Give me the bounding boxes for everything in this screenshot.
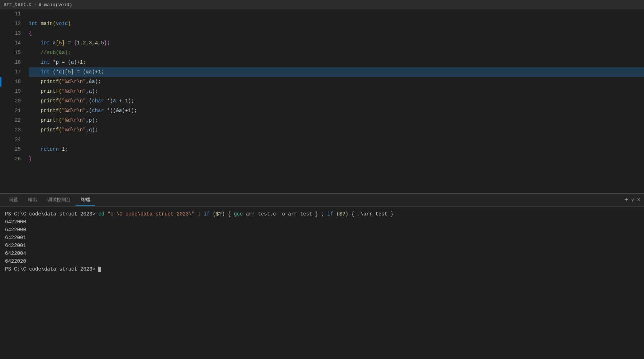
token: )+ (92, 67, 98, 77)
line-number-11: 11 (11, 9, 21, 19)
token: 4 (95, 38, 98, 48)
token: ( (59, 106, 62, 116)
token (29, 125, 41, 135)
terminal-final-prompt: PS C:\C_code\data_struct_2023> (5, 265, 639, 273)
code-lines[interactable]: int main(void){ int a[5] = {1,2,3,4,5}; … (25, 9, 644, 193)
tab-调试控制台[interactable]: 调试控制台 (42, 194, 76, 206)
token: ( (59, 116, 62, 125)
token (29, 116, 41, 125)
code-line-26: } (29, 154, 644, 164)
token: ); (131, 106, 137, 116)
token (38, 19, 40, 29)
code-line-18: printf("%d\r\n",&a); (29, 77, 644, 87)
code-line-17: int (*q)[5] = (&a)+1; (29, 67, 644, 77)
token: "%d\r\n" (62, 77, 86, 87)
token: q (89, 125, 92, 135)
token: ; (65, 145, 68, 154)
token: ] (62, 38, 65, 48)
line-number-14: 14 (11, 38, 21, 48)
token: ); (92, 87, 98, 96)
code-line-22: printf("%d\r\n",p); (29, 116, 644, 125)
token: [ (56, 38, 59, 48)
close-terminal-icon[interactable]: × (637, 197, 640, 203)
token: } (104, 38, 107, 48)
token: )+ (74, 58, 80, 67)
token: *)(& (104, 106, 119, 116)
token: a (119, 106, 122, 116)
token: int (41, 58, 50, 67)
token: , (92, 38, 95, 48)
code-line-23: printf("%d\r\n",q); (29, 125, 644, 135)
code-container: 11121314151617181920212223242526 int mai… (0, 9, 644, 193)
token: ( (59, 96, 62, 106)
token (50, 38, 53, 48)
token: "%d\r\n" (62, 96, 86, 106)
line-number-23: 23 (11, 125, 21, 135)
output-line: 6422001 (5, 242, 639, 249)
tab-终端[interactable]: 终端 (76, 194, 95, 206)
token (29, 77, 41, 87)
token: = (65, 38, 74, 48)
token: ( (59, 77, 62, 87)
token: 1 (125, 96, 128, 106)
ps-prompt: PS C:\C_code\data_struct_2023> (5, 211, 95, 217)
terminal-cursor (98, 267, 101, 272)
terminal-command: cd "c:\C_code\data_struct_2023\" ; if ($… (95, 211, 393, 217)
token (29, 58, 41, 67)
output-line: 6422000 (5, 218, 639, 226)
token: a (113, 96, 116, 106)
token: a (71, 58, 74, 67)
token: "%d\r\n" (62, 125, 86, 135)
new-terminal-icon[interactable]: + (624, 197, 628, 204)
token: p (89, 116, 92, 125)
token: 5 (68, 67, 71, 77)
token: (* (50, 67, 59, 77)
code-line-25: return 1; (29, 145, 644, 154)
output-line: 6422000 (5, 226, 639, 234)
token (29, 96, 41, 106)
token: , (86, 87, 89, 96)
breadcrumb-item-function: ⊕ main(void) (39, 2, 72, 8)
token: , (86, 125, 89, 135)
breadcrumb: arr_test.c › ⊕ main(void) (0, 0, 644, 9)
line-number-25: 25 (11, 145, 21, 154)
token: a (92, 77, 95, 87)
tab-actions: + ∨ × (624, 197, 640, 204)
line-number-22: 22 (11, 116, 21, 125)
code-line-19: printf("%d\r\n",a); (29, 87, 644, 96)
token: int (41, 38, 50, 48)
token: printf (41, 87, 59, 96)
token (29, 48, 41, 58)
token: )+ (122, 106, 128, 116)
token: a (89, 87, 92, 96)
code-line-12: int main(void) (29, 19, 644, 29)
output-line: 6422004 (5, 249, 639, 257)
line-number-15: 15 (11, 48, 21, 58)
line-indicator (0, 77, 1, 87)
terminal-tabs: 问题输出调试控制台终端 + ∨ × (0, 194, 644, 207)
token: printf (41, 96, 59, 106)
token: ; (83, 58, 86, 67)
token: 1 (77, 38, 80, 48)
token: *) (104, 96, 113, 106)
output-line: 6422001 (5, 234, 639, 242)
token: ); (128, 96, 134, 106)
line-number-12: 12 (11, 19, 21, 29)
line-numbers: 11121314151617181920212223242526 (7, 9, 25, 193)
tab-问题[interactable]: 问题 (4, 194, 23, 206)
tab-输出[interactable]: 输出 (23, 194, 42, 206)
token: int (29, 19, 38, 29)
split-terminal-icon[interactable]: ∨ (631, 197, 634, 203)
token: void (56, 19, 68, 29)
line-number-24: 24 (11, 135, 21, 145)
token: return (41, 145, 59, 154)
token: , (86, 116, 89, 125)
token: ); (92, 125, 98, 135)
token: 5 (101, 38, 104, 48)
token: int (41, 67, 50, 77)
code-line-24 (29, 135, 644, 145)
token: ( (53, 19, 56, 29)
token: )[ (62, 67, 68, 77)
token: "%d\r\n" (62, 106, 86, 116)
terminal-content[interactable]: PS C:\C_code\data_struct_2023> cd "c:\C_… (0, 207, 644, 359)
